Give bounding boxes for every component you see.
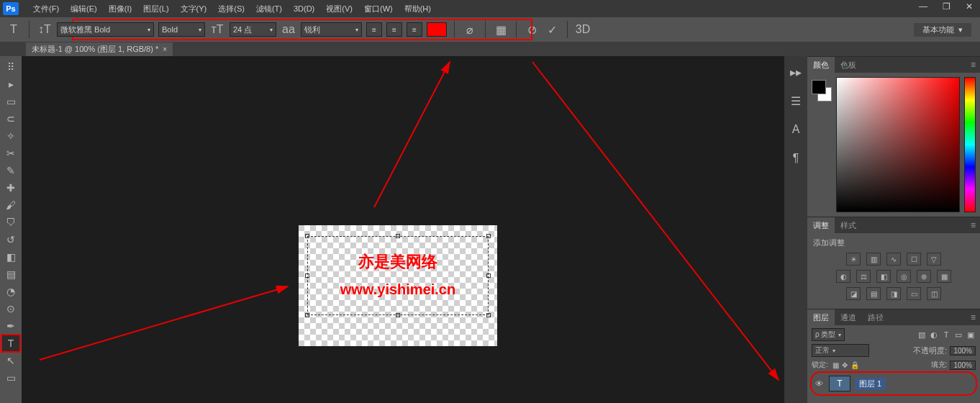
- crop-tool[interactable]: ✂: [2, 145, 19, 161]
- eraser-tool[interactable]: ◧: [2, 249, 19, 265]
- menu-type[interactable]: 文字(Y): [175, 4, 213, 14]
- warp-text-icon[interactable]: ⌀: [462, 22, 478, 37]
- canvas[interactable]: 亦是美网络 www.yishimei.cn: [299, 225, 497, 346]
- adj-mixer-icon[interactable]: ⊕: [917, 270, 931, 283]
- grabber-icon[interactable]: ⠿: [2, 59, 19, 75]
- adj-invert-icon[interactable]: ◪: [846, 287, 861, 300]
- menu-select[interactable]: 选择(S): [212, 4, 250, 14]
- menu-3d[interactable]: 3D(D): [288, 4, 320, 13]
- resize-handle[interactable]: [305, 313, 309, 317]
- tab-color[interactable]: 颜色: [807, 57, 835, 73]
- menu-help[interactable]: 帮助(H): [399, 4, 437, 14]
- resize-handle[interactable]: [305, 273, 309, 278]
- 3d-icon[interactable]: 3D: [575, 22, 591, 37]
- menu-window[interactable]: 窗口(W): [358, 4, 399, 14]
- adj-posterize-icon[interactable]: ▤: [866, 287, 881, 300]
- marquee-tool[interactable]: ▭: [2, 94, 19, 109]
- gradient-tool[interactable]: ▤: [2, 266, 19, 282]
- layer-filter-kind[interactable]: ρ 类型▾: [812, 328, 845, 341]
- panel-menu-icon[interactable]: ≡: [971, 220, 980, 230]
- adj-selective-icon[interactable]: ◫: [927, 287, 941, 300]
- path-tool[interactable]: ↖: [2, 353, 19, 368]
- blur-tool[interactable]: ◔: [2, 284, 19, 299]
- tab-layers[interactable]: 图层: [807, 309, 835, 325]
- text-color-swatch[interactable]: [427, 22, 447, 37]
- adj-photo-filter-icon[interactable]: ◎: [897, 270, 911, 283]
- foreground-color[interactable]: [812, 80, 826, 94]
- healing-brush-tool[interactable]: ✚: [2, 180, 19, 196]
- adj-exposure-icon[interactable]: ☐: [907, 253, 921, 266]
- color-field[interactable]: [836, 77, 960, 212]
- menu-file[interactable]: 文件(F): [27, 4, 65, 14]
- doc-tab-close-icon[interactable]: ×: [163, 45, 167, 53]
- menu-filter[interactable]: 滤镜(T): [250, 4, 288, 14]
- magic-wand-tool[interactable]: ✧: [2, 128, 19, 144]
- character-panel-icon[interactable]: A: [789, 122, 803, 137]
- visibility-toggle-icon[interactable]: 👁: [813, 379, 825, 388]
- resize-handle[interactable]: [486, 313, 491, 317]
- align-left-button[interactable]: ≡: [366, 22, 382, 37]
- blend-mode-dropdown[interactable]: 正常▾: [812, 344, 869, 357]
- shape-tool[interactable]: ▭: [2, 370, 19, 386]
- filter-shape-icon[interactable]: ▭: [953, 330, 963, 340]
- antialias-dropdown[interactable]: 锐利▾: [301, 22, 362, 37]
- tab-paths[interactable]: 路径: [862, 309, 889, 325]
- adj-curves-icon[interactable]: ∿: [886, 253, 901, 266]
- tab-adjustments[interactable]: 调整: [807, 217, 835, 233]
- stamp-tool[interactable]: ⛉: [2, 214, 19, 230]
- history-panel-icon[interactable]: ▸▸: [789, 65, 803, 79]
- layer-name[interactable]: 图层 1: [855, 378, 886, 390]
- menu-edit[interactable]: 编辑(E): [65, 4, 103, 14]
- resize-handle[interactable]: [486, 273, 491, 278]
- text-bounding-box[interactable]: 亦是美网络 www.yishimei.cn: [307, 236, 489, 315]
- doc-tab[interactable]: 未标题-1 @ 100% (图层 1, RGB/8) * ×: [26, 42, 173, 56]
- adj-threshold-icon[interactable]: ◨: [886, 287, 901, 300]
- align-center-button[interactable]: ≡: [386, 22, 402, 37]
- layer-item[interactable]: 👁 T 图层 1: [812, 373, 976, 394]
- fill-value[interactable]: 100%: [950, 361, 976, 370]
- lasso-tool[interactable]: ⊂: [2, 111, 19, 127]
- history-brush-tool[interactable]: ↺: [2, 232, 19, 248]
- minimize-button[interactable]: —: [915, 1, 931, 12]
- panel-menu-icon[interactable]: ≡: [971, 60, 980, 70]
- lock-position-icon[interactable]: ✥: [842, 361, 848, 369]
- pen-tool[interactable]: ✒: [2, 318, 19, 334]
- text-content[interactable]: 亦是美网络 www.yishimei.cn: [308, 237, 488, 298]
- panel-toggle-icon[interactable]: ▦: [493, 22, 509, 37]
- filter-type-icon[interactable]: T: [941, 330, 951, 340]
- filter-smart-icon[interactable]: ▣: [966, 330, 976, 340]
- font-weight-dropdown[interactable]: Bold▾: [158, 22, 205, 37]
- opacity-value[interactable]: 100%: [950, 346, 976, 356]
- menu-image[interactable]: 图像(I): [103, 4, 137, 14]
- adj-balance-icon[interactable]: ⚖: [856, 270, 871, 283]
- type-tool[interactable]: T: [2, 335, 19, 351]
- restore-button[interactable]: ❐: [938, 1, 954, 12]
- tab-swatches[interactable]: 色板: [835, 57, 862, 73]
- adj-gradient-map-icon[interactable]: ▭: [907, 287, 921, 300]
- hue-strip[interactable]: [964, 77, 976, 212]
- resize-handle[interactable]: [396, 234, 400, 238]
- eyedropper-tool[interactable]: ✎: [2, 163, 19, 178]
- align-right-button[interactable]: ≡: [407, 22, 422, 37]
- resize-handle[interactable]: [396, 313, 400, 317]
- move-tool[interactable]: ▸: [2, 76, 19, 92]
- dodge-tool[interactable]: ⊙: [2, 301, 19, 317]
- tab-channels[interactable]: 通道: [835, 309, 862, 325]
- properties-panel-icon[interactable]: ☰: [789, 94, 803, 108]
- filter-image-icon[interactable]: ▧: [917, 330, 927, 340]
- paragraph-panel-icon[interactable]: ¶: [789, 151, 803, 166]
- font-family-dropdown[interactable]: 微软雅黑 Bold▾: [57, 22, 154, 37]
- resize-handle[interactable]: [486, 234, 491, 238]
- adj-levels-icon[interactable]: ▥: [866, 253, 881, 266]
- fg-bg-swatch[interactable]: [812, 77, 832, 212]
- close-button[interactable]: ✕: [961, 1, 977, 12]
- adj-bw-icon[interactable]: ◧: [876, 270, 891, 283]
- panel-menu-icon[interactable]: ≡: [971, 312, 980, 322]
- workspace-switcher[interactable]: 基本功能▾: [914, 23, 971, 37]
- commit-icon[interactable]: ✓: [544, 22, 560, 37]
- adj-hue-icon[interactable]: ◐: [836, 270, 850, 283]
- lock-all-icon[interactable]: 🔒: [850, 361, 859, 369]
- adj-brightness-icon[interactable]: ☀: [846, 253, 861, 266]
- cancel-icon[interactable]: ⊘: [524, 22, 540, 37]
- tab-styles[interactable]: 样式: [835, 217, 862, 233]
